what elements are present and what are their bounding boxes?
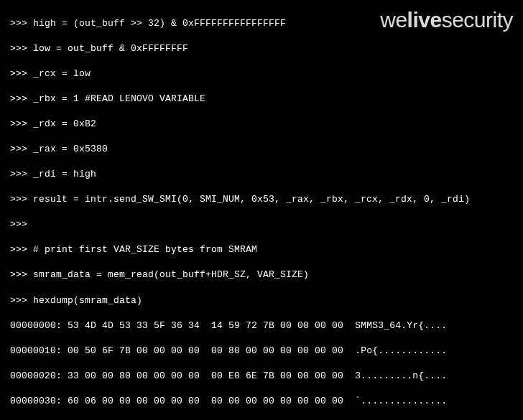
code-line: >>> result = intr.send_SW_SMI(0, SMI_NUM… (10, 193, 520, 206)
watermark-live: live (407, 8, 442, 32)
code-text: low = out_buff & 0xFFFFFFFF (33, 43, 188, 54)
hex-ascii: .Po{............ (355, 345, 447, 356)
code-text: _rcx = low (33, 68, 91, 79)
code-line: >>> _rdx = 0xB2 (10, 118, 520, 131)
hex-bytes-b: 00 80 00 00 00 00 00 00 (211, 345, 343, 356)
terminal-output: >>> high = (out_buff >> 32) & 0xFFFFFFFF… (0, 0, 523, 420)
hex-bytes-b: 14 59 72 7B 00 00 00 00 (211, 320, 343, 331)
repl-prompt: >>> (10, 219, 27, 230)
hex-ascii: 3.........n{.... (355, 370, 447, 381)
repl-prompt: >>> (10, 295, 27, 306)
repl-prompt: >>> (10, 118, 27, 129)
code-text: _rdx = 0xB2 (33, 118, 96, 129)
code-text: _rax = 0x5380 (33, 144, 108, 154)
code-line: >>> # print first VAR_SIZE bytes from SM… (10, 243, 520, 256)
hex-bytes-a: 00 50 6F 7B 00 00 00 00 (68, 345, 200, 356)
code-line: >>> hexdump(smram_data) (10, 294, 520, 307)
code-line: >>> _rcx = low (10, 67, 520, 80)
repl-prompt: >>> (10, 93, 27, 104)
repl-prompt: >>> (10, 269, 27, 280)
hex-bytes-b: 00 00 00 00 00 00 00 00 (211, 396, 343, 406)
hex-bytes-a: 33 00 00 80 00 00 00 00 (68, 370, 200, 381)
watermark-security: security (442, 8, 513, 32)
repl-prompt: >>> (10, 194, 27, 205)
repl-prompt: >>> (10, 68, 27, 79)
code-text: smram_data = mem_read(out_buff+HDR_SZ, V… (33, 269, 309, 280)
hexdump-row: 00000000: 53 4D 4D 53 33 5F 36 34 14 59 … (10, 319, 520, 332)
code-line: >>> smram_data = mem_read(out_buff+HDR_S… (10, 269, 520, 281)
code-text: hexdump(smram_data) (33, 295, 142, 306)
hex-ascii: `............... (355, 396, 447, 406)
hex-offset: 00000010: (10, 345, 62, 356)
repl-prompt: >>> (10, 43, 27, 54)
hex-bytes-a: 60 06 00 00 00 00 00 00 (68, 396, 200, 406)
hex-offset: 00000020: (10, 370, 62, 381)
repl-prompt: >>> (10, 18, 27, 29)
code-text: high = (out_buff >> 32) & 0xFFFFFFFFFFFF… (33, 18, 286, 29)
code-line: >>> _rax = 0x5380 (10, 143, 520, 156)
hexdump-row: 00000020: 33 00 00 80 00 00 00 00 00 E0 … (10, 370, 520, 383)
repl-prompt: >>> (10, 169, 27, 179)
hex-offset: 00000030: (10, 396, 62, 406)
hexdump-row: 00000010: 00 50 6F 7B 00 00 00 00 00 80 … (10, 345, 520, 358)
code-text: result = intr.send_SW_SMI(0, SMI_NUM, 0x… (33, 194, 470, 205)
code-line: >>> _rbx = 1 #READ LENOVO VARIABLE (10, 93, 520, 106)
hexdump-row: 00000030: 60 06 00 00 00 00 00 00 00 00 … (10, 395, 520, 408)
hex-ascii: SMMS3_64.Yr{.... (355, 320, 447, 331)
hex-bytes-b: 00 E0 6E 7B 00 00 00 00 (211, 370, 343, 381)
watermark-we: we (380, 8, 407, 32)
code-text: _rdi = high (33, 169, 96, 179)
repl-prompt: >>> (10, 144, 27, 154)
hex-offset: 00000000: (10, 320, 62, 331)
code-line: >>> _rdi = high (10, 168, 520, 181)
repl-prompt: >>> (10, 244, 27, 255)
watermark-logo: welivesecurity (380, 6, 513, 35)
hex-bytes-a: 53 4D 4D 53 33 5F 36 34 (68, 320, 200, 331)
code-line: >>> (10, 218, 520, 231)
code-text: _rbx = 1 #READ LENOVO VARIABLE (33, 93, 205, 104)
code-text: # print first VAR_SIZE bytes from SMRAM (33, 244, 257, 255)
code-line: >>> low = out_buff & 0xFFFFFFFF (10, 42, 520, 55)
